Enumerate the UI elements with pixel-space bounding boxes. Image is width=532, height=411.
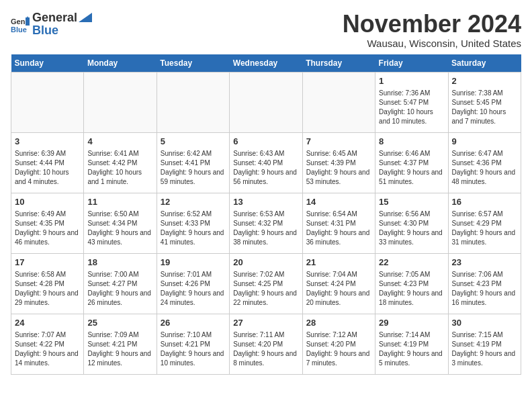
cell-2-3: 13Sunrise: 6:53 AM Sunset: 4:32 PM Dayli… xyxy=(230,193,302,253)
cell-2-0: 10Sunrise: 6:49 AM Sunset: 4:35 PM Dayli… xyxy=(11,193,84,253)
day-info: Sunrise: 7:14 AM Sunset: 4:19 PM Dayligh… xyxy=(379,330,444,368)
day-info: Sunrise: 7:05 AM Sunset: 4:23 PM Dayligh… xyxy=(379,270,444,308)
cell-3-6: 23Sunrise: 7:06 AM Sunset: 4:23 PM Dayli… xyxy=(448,253,521,314)
month-title: November 2024 xyxy=(343,11,521,38)
cell-4-4: 28Sunrise: 7:12 AM Sunset: 4:20 PM Dayli… xyxy=(302,314,375,374)
cell-2-5: 15Sunrise: 6:56 AM Sunset: 4:30 PM Dayli… xyxy=(375,193,448,253)
col-saturday: Saturday xyxy=(448,54,521,73)
day-info: Sunrise: 6:49 AM Sunset: 4:35 PM Dayligh… xyxy=(15,210,80,247)
week-row-1: 1Sunrise: 7:36 AM Sunset: 5:47 PM Daylig… xyxy=(11,72,521,132)
day-info: Sunrise: 7:02 AM Sunset: 4:25 PM Dayligh… xyxy=(233,270,298,308)
cell-2-6: 16Sunrise: 6:57 AM Sunset: 4:29 PM Dayli… xyxy=(448,193,521,253)
calendar-header: Sunday Monday Tuesday Wednesday Thursday… xyxy=(11,54,521,73)
cell-1-3: 6Sunrise: 6:43 AM Sunset: 4:40 PM Daylig… xyxy=(230,132,302,193)
cell-1-2: 5Sunrise: 6:42 AM Sunset: 4:41 PM Daylig… xyxy=(157,132,229,193)
day-info: Sunrise: 7:15 AM Sunset: 4:19 PM Dayligh… xyxy=(452,330,517,368)
day-number: 5 xyxy=(161,136,226,148)
cell-3-3: 20Sunrise: 7:02 AM Sunset: 4:25 PM Dayli… xyxy=(230,253,302,314)
day-info: Sunrise: 6:39 AM Sunset: 4:44 PM Dayligh… xyxy=(15,149,80,187)
col-monday: Monday xyxy=(84,54,157,73)
day-number: 8 xyxy=(379,136,444,148)
cell-2-1: 11Sunrise: 6:50 AM Sunset: 4:34 PM Dayli… xyxy=(84,193,157,253)
cell-4-2: 26Sunrise: 7:10 AM Sunset: 4:21 PM Dayli… xyxy=(157,314,229,374)
cell-1-5: 8Sunrise: 6:46 AM Sunset: 4:37 PM Daylig… xyxy=(375,132,448,193)
day-number: 18 xyxy=(87,257,152,269)
cell-3-4: 21Sunrise: 7:04 AM Sunset: 4:24 PM Dayli… xyxy=(302,253,375,314)
cell-3-1: 18Sunrise: 7:00 AM Sunset: 4:27 PM Dayli… xyxy=(84,253,157,314)
day-info: Sunrise: 7:36 AM Sunset: 5:47 PM Dayligh… xyxy=(379,89,444,126)
cell-4-0: 24Sunrise: 7:07 AM Sunset: 4:22 PM Dayli… xyxy=(11,314,84,374)
header-row: Sunday Monday Tuesday Wednesday Thursday… xyxy=(11,54,521,73)
day-number: 26 xyxy=(161,317,226,329)
day-number: 27 xyxy=(233,317,298,329)
day-number: 22 xyxy=(379,257,444,269)
day-number: 15 xyxy=(379,196,444,208)
cell-4-5: 29Sunrise: 7:14 AM Sunset: 4:19 PM Dayli… xyxy=(375,314,448,374)
day-number: 3 xyxy=(15,136,80,148)
day-number: 9 xyxy=(452,136,517,148)
logo: General Blue General Blue xyxy=(11,11,92,38)
cell-1-6: 9Sunrise: 6:47 AM Sunset: 4:36 PM Daylig… xyxy=(448,132,521,193)
day-number: 30 xyxy=(452,317,517,329)
day-info: Sunrise: 7:04 AM Sunset: 4:24 PM Dayligh… xyxy=(306,270,371,308)
day-number: 29 xyxy=(379,317,444,329)
day-info: Sunrise: 6:58 AM Sunset: 4:28 PM Dayligh… xyxy=(15,270,80,308)
day-info: Sunrise: 7:11 AM Sunset: 4:20 PM Dayligh… xyxy=(233,330,298,368)
cell-0-4 xyxy=(302,72,375,132)
logo-icon: General Blue xyxy=(11,15,30,34)
col-friday: Friday xyxy=(375,54,448,73)
calendar-table: Sunday Monday Tuesday Wednesday Thursday… xyxy=(11,54,521,375)
cell-1-4: 7Sunrise: 6:45 AM Sunset: 4:39 PM Daylig… xyxy=(302,132,375,193)
day-info: Sunrise: 6:46 AM Sunset: 4:37 PM Dayligh… xyxy=(379,149,444,187)
day-info: Sunrise: 7:01 AM Sunset: 4:26 PM Dayligh… xyxy=(161,270,226,308)
day-info: Sunrise: 6:47 AM Sunset: 4:36 PM Dayligh… xyxy=(452,149,517,187)
cell-3-0: 17Sunrise: 6:58 AM Sunset: 4:28 PM Dayli… xyxy=(11,253,84,314)
cell-0-5: 1Sunrise: 7:36 AM Sunset: 5:47 PM Daylig… xyxy=(375,72,448,132)
cell-2-4: 14Sunrise: 6:54 AM Sunset: 4:31 PM Dayli… xyxy=(302,193,375,253)
day-info: Sunrise: 6:50 AM Sunset: 4:34 PM Dayligh… xyxy=(87,210,152,247)
header: General Blue General Blue November 2024 … xyxy=(11,11,521,49)
col-sunday: Sunday xyxy=(11,54,84,73)
day-info: Sunrise: 7:09 AM Sunset: 4:21 PM Dayligh… xyxy=(87,330,152,368)
logo-triangle xyxy=(79,13,92,24)
day-number: 1 xyxy=(379,75,444,87)
cell-1-1: 4Sunrise: 6:41 AM Sunset: 4:42 PM Daylig… xyxy=(84,132,157,193)
svg-marker-4 xyxy=(79,13,92,22)
week-row-3: 10Sunrise: 6:49 AM Sunset: 4:35 PM Dayli… xyxy=(11,193,521,253)
day-info: Sunrise: 6:53 AM Sunset: 4:32 PM Dayligh… xyxy=(233,210,298,247)
cell-4-1: 25Sunrise: 7:09 AM Sunset: 4:21 PM Dayli… xyxy=(84,314,157,374)
day-info: Sunrise: 7:10 AM Sunset: 4:21 PM Dayligh… xyxy=(161,330,226,368)
day-info: Sunrise: 6:52 AM Sunset: 4:33 PM Dayligh… xyxy=(161,210,226,247)
col-tuesday: Tuesday xyxy=(157,54,229,73)
cell-4-6: 30Sunrise: 7:15 AM Sunset: 4:19 PM Dayli… xyxy=(448,314,521,374)
day-number: 25 xyxy=(87,317,152,329)
cell-1-0: 3Sunrise: 6:39 AM Sunset: 4:44 PM Daylig… xyxy=(11,132,84,193)
cell-0-1 xyxy=(84,72,157,132)
day-number: 23 xyxy=(452,257,517,269)
day-number: 14 xyxy=(306,196,371,208)
day-number: 13 xyxy=(233,196,298,208)
day-number: 6 xyxy=(233,136,298,148)
day-number: 16 xyxy=(452,196,517,208)
day-number: 20 xyxy=(233,257,298,269)
day-info: Sunrise: 6:42 AM Sunset: 4:41 PM Dayligh… xyxy=(161,149,226,187)
week-row-4: 17Sunrise: 6:58 AM Sunset: 4:28 PM Dayli… xyxy=(11,253,521,314)
cell-0-3 xyxy=(230,72,302,132)
col-wednesday: Wednesday xyxy=(230,54,302,73)
calendar-body: 1Sunrise: 7:36 AM Sunset: 5:47 PM Daylig… xyxy=(11,72,521,374)
day-info: Sunrise: 6:54 AM Sunset: 4:31 PM Dayligh… xyxy=(306,210,371,247)
day-number: 11 xyxy=(87,196,152,208)
day-number: 12 xyxy=(161,196,226,208)
day-number: 10 xyxy=(15,196,80,208)
col-thursday: Thursday xyxy=(302,54,375,73)
day-info: Sunrise: 7:38 AM Sunset: 5:45 PM Dayligh… xyxy=(452,89,517,126)
cell-0-6: 2Sunrise: 7:38 AM Sunset: 5:45 PM Daylig… xyxy=(448,72,521,132)
day-info: Sunrise: 6:41 AM Sunset: 4:42 PM Dayligh… xyxy=(87,149,152,187)
location-text: Wausau, Wisconsin, United States xyxy=(343,38,521,49)
svg-text:Blue: Blue xyxy=(11,26,27,34)
week-row-5: 24Sunrise: 7:07 AM Sunset: 4:22 PM Dayli… xyxy=(11,314,521,374)
day-number: 21 xyxy=(306,257,371,269)
day-number: 28 xyxy=(306,317,371,329)
day-number: 24 xyxy=(15,317,80,329)
day-info: Sunrise: 7:12 AM Sunset: 4:20 PM Dayligh… xyxy=(306,330,371,368)
